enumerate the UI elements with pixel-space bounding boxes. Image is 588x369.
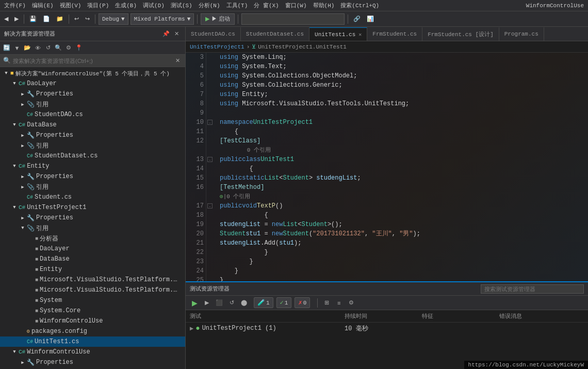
menu-help[interactable]: 帮助(H): [313, 2, 335, 9]
menu-view[interactable]: 视图(V): [60, 2, 81, 9]
forward-btn[interactable]: ▶: [12, 13, 21, 25]
tab-unittest1[interactable]: UnitTest1.cs ✕: [309, 27, 367, 41]
new-btn[interactable]: 📄: [41, 13, 52, 25]
menu-debug[interactable]: 调试(D): [143, 2, 165, 9]
tab-frm[interactable]: FrmStudent.cs: [367, 27, 422, 41]
sidebar-pin-btn[interactable]: 📌: [161, 29, 171, 39]
tree-ref-mstest1[interactable]: ■ Microsoft.VisualStudio.TestPlatform.Te…: [0, 275, 185, 285]
redo-btn[interactable]: ↪: [83, 13, 92, 25]
undo-btn[interactable]: ↩: [72, 13, 81, 25]
attach-btn[interactable]: 🔗: [351, 13, 363, 25]
test-debug-btn[interactable]: ⬤: [239, 298, 249, 308]
save-btn[interactable]: 💾: [27, 13, 39, 25]
refresh-btn[interactable]: ↺: [43, 43, 53, 53]
menu-search[interactable]: 搜索(Ctrl+Q): [340, 2, 379, 9]
tree-database-properties[interactable]: ▶ 🔧 Properties: [0, 130, 185, 140]
collapse-button-10[interactable]: -: [207, 120, 213, 125]
tree-solution[interactable]: ▼ ■ 解决方案"WinformControlUse"(第 5 个项目，共 5 …: [0, 68, 185, 78]
test-search-input[interactable]: [481, 284, 584, 294]
menu-build[interactable]: 生成(B): [115, 2, 137, 9]
test-playlist-btn[interactable]: ≡: [334, 298, 344, 308]
breadcrumb: UnitTestProject1 › ⊻ UnitTestProject1.Un…: [186, 41, 588, 53]
perf-btn[interactable]: 📊: [365, 13, 376, 25]
toolbar: ◀ ▶ 💾 📄 📁 ↩ ↪ Debug ▼ Mixed Platforms ▼ …: [0, 11, 588, 27]
collapse-btn[interactable]: ▼: [12, 43, 22, 53]
test-run-all-btn[interactable]: ▶: [202, 298, 211, 308]
tree-daolayer-student[interactable]: C# StudentDAO.cs: [0, 109, 185, 120]
tree-winform[interactable]: ▼ C# WinformControlUse: [0, 347, 185, 357]
tree-entity-refs[interactable]: ▶ 📎 引用: [0, 182, 185, 192]
tree-ref-database[interactable]: ■ DataBase: [0, 254, 185, 264]
test-stop-btn[interactable]: ⬛: [215, 298, 224, 308]
test-repeat-btn[interactable]: ↺: [227, 298, 236, 308]
tree-ref-mstest2[interactable]: ■ Microsoft.VisualStudio.TestPlatform.Te…: [0, 285, 185, 295]
tree-daolayer-properties[interactable]: ▶ 🔧 Properties: [0, 89, 185, 99]
tree-database-refs[interactable]: ▶ 📎 引用: [0, 140, 185, 151]
filter-btn[interactable]: 🔍: [54, 43, 63, 53]
menu-file[interactable]: 文件(F): [4, 2, 26, 9]
code-content[interactable]: using System.Linq; using System.Text; us…: [216, 53, 588, 281]
sidebar-close-btn[interactable]: ✕: [172, 29, 181, 39]
show-all-btn[interactable]: 👁: [33, 43, 42, 53]
menu-window2[interactable]: 分 窗(X): [254, 2, 279, 9]
tree-ref-daolayer[interactable]: ■ DaoLayer: [0, 244, 185, 254]
tree-entity-properties[interactable]: ▶ 🔧 Properties: [0, 171, 185, 182]
tree-ref-entity[interactable]: ■ Entity: [0, 264, 185, 275]
platform-dropdown[interactable]: Mixed Platforms ▼: [130, 13, 194, 25]
test-row[interactable]: ▶ ● UnitTestProject1 (1) 10 毫秒: [186, 323, 588, 334]
tree-unittest-refs-folder[interactable]: ▼ 📎 引用: [0, 223, 185, 233]
props-btn[interactable]: ⚙: [64, 43, 73, 53]
tree-daolayer[interactable]: ▼ C# DaoLayer: [0, 78, 185, 89]
pin2-btn[interactable]: 📍: [74, 43, 84, 53]
tree-ref-winform[interactable]: ■ WinformControlUse: [0, 316, 185, 326]
menu-edit[interactable]: 编辑(E): [32, 2, 54, 9]
col-trait: 特征: [422, 312, 499, 320]
collapse-button-13[interactable]: -: [207, 157, 213, 162]
close-icon[interactable]: ✕: [358, 31, 362, 38]
tree-entity[interactable]: ▼ C# Entity: [0, 161, 185, 171]
tab-studentdataset[interactable]: StudentDataset.cs: [241, 27, 309, 41]
tree-ref-analyzer[interactable]: ■ 分析器: [0, 233, 185, 244]
tree-ref-system[interactable]: ■ System: [0, 295, 185, 306]
tab-frm-design[interactable]: FrmStudent.cs [设计]: [422, 27, 499, 41]
tab-program[interactable]: Program.cs: [499, 27, 544, 41]
back-btn[interactable]: ◀: [2, 13, 10, 25]
run-button[interactable]: ▶ ▶ 启动: [201, 13, 235, 25]
tab-studentdao[interactable]: StudentDAO.cs: [186, 27, 241, 41]
tree-unittest[interactable]: ▼ C# UnitTestProject1: [0, 202, 185, 213]
collapse-button-17[interactable]: -: [207, 203, 213, 208]
test-run-btn[interactable]: ▶: [190, 298, 199, 308]
code-editor[interactable]: 3 4 5 6 7 8 9 10 11 12 · 13 14 15 16 · 1: [186, 53, 588, 281]
code-line-3: using System.Linq;: [220, 53, 584, 62]
test-group-btn[interactable]: ⊞: [322, 298, 331, 308]
tree-database-dataset[interactable]: C# StudentDataset.cs: [0, 151, 185, 161]
code-area: StudentDAO.cs StudentDataset.cs UnitTest…: [186, 27, 588, 281]
menu-project[interactable]: 项目(P): [87, 2, 109, 9]
search-clear-btn[interactable]: ✕: [173, 56, 182, 66]
new-folder-btn[interactable]: 📂: [23, 43, 32, 53]
tree-unittest-properties[interactable]: ▶ 🔧 Properties: [0, 213, 185, 223]
sidebar-search-input[interactable]: [13, 58, 171, 64]
sync-btn[interactable]: 🔄: [2, 43, 11, 53]
open-btn[interactable]: 📁: [54, 13, 66, 25]
menu-bar[interactable]: 文件(F) 编辑(E) 视图(V) 项目(P) 生成(B) 调试(D) 测试(S…: [4, 2, 379, 9]
menu-test[interactable]: 测试(S): [171, 2, 192, 9]
sidebar-toolbar: 🔄 ▼ 📂 👁 ↺ 🔍 ⚙ 📍: [0, 41, 185, 55]
file-tree: ▼ ■ 解决方案"WinformControlUse"(第 5 个项目，共 5 …: [0, 67, 185, 369]
tree-ref-systemcore[interactable]: ■ System.Core: [0, 306, 185, 316]
tree-packages[interactable]: ⚙ packages.config: [0, 326, 185, 336]
toolbar-search[interactable]: [241, 13, 345, 25]
test-settings-btn[interactable]: ⚙: [347, 298, 356, 308]
tree-unittest1cs[interactable]: C# UnitTest1.cs: [0, 336, 185, 347]
menu-window[interactable]: 窗口(W): [285, 2, 307, 9]
sidebar-search-bar[interactable]: 🔍 ✕: [0, 55, 185, 67]
menu-analyze[interactable]: 分析(N): [199, 2, 220, 9]
tree-winform-properties[interactable]: ▶ 🔧 Properties: [0, 357, 185, 367]
test-name: UnitTestProject1 (1): [202, 325, 276, 332]
tree-entity-student[interactable]: C# Student.cs: [0, 192, 185, 202]
debug-mode-dropdown[interactable]: Debug ▼: [99, 13, 128, 25]
menu-tools[interactable]: 工具(T): [226, 2, 248, 9]
tree-daolayer-refs[interactable]: ▶ 📎 引用: [0, 99, 185, 109]
code-line-22: }: [220, 248, 584, 257]
tree-database[interactable]: ▼ C# DataBase: [0, 120, 185, 130]
